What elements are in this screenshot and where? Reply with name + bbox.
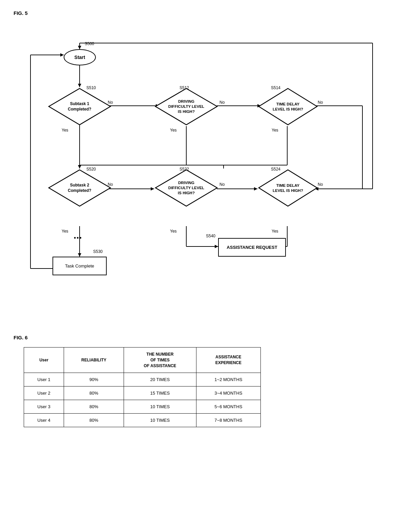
label-no-s510: No [108,100,113,105]
ellipsis-dots: ••• [74,235,82,242]
col-header-reliability: RELIABILITY [64,348,124,373]
step-s540: S540 [206,234,215,238]
label-no-s514: No [318,100,323,105]
svg-marker-28 [215,245,218,248]
svg-marker-40 [78,46,81,49]
cell-r2-c0: User 3 [24,400,64,414]
label-yes-s514: Yes [272,128,278,133]
cell-r3-c0: User 4 [24,414,64,427]
fig6-section: FIG. 6 User RELIABILITY THE NUMBEROF TIM… [14,335,406,427]
svg-marker-3 [78,165,81,168]
cell-r3-c1: 80% [64,414,124,427]
col-header-experience: ASSISTANCEEXPERIENCE [196,348,260,373]
svg-marker-20 [151,187,154,191]
label-yes-s520: Yes [62,229,68,234]
label-yes-s512: Yes [170,128,177,133]
label-no-s522: No [219,182,225,187]
table-row: User 190%20 TIMES1~2 MONTHS [24,373,261,386]
start-node: Start [64,49,96,65]
label-no-s520: No [108,182,113,187]
fig5-label: FIG. 5 [14,10,406,16]
svg-marker-35 [60,53,64,57]
svg-marker-1 [78,84,81,87]
table-row: User 380%10 TIMES5~6 MONTHS [24,400,261,414]
cell-r1-c2: 15 TIMES [124,386,196,400]
cell-r2-c2: 10 TIMES [124,400,196,414]
label-no-s512: No [219,100,225,105]
cell-r1-c1: 80% [64,386,124,400]
cell-r1-c0: User 2 [24,386,64,400]
cell-r3-c3: 7~8 MONTHS [196,414,260,427]
svg-marker-22 [254,187,257,191]
table-row: User 280%15 TIMES3~4 MONTHS [24,386,261,400]
table-row: User 480%10 TIMES7~8 MONTHS [24,414,261,427]
cell-r0-c1: 90% [64,373,124,386]
subtask1-diamond: Subtask 1Completed? [47,87,112,126]
cell-r0-c3: 1~2 MONTHS [196,373,260,386]
svg-marker-25 [78,253,81,257]
label-yes-s522: Yes [170,229,177,234]
cell-r0-c2: 20 TIMES [124,373,196,386]
cell-r1-c3: 3~4 MONTHS [196,386,260,400]
cell-r2-c3: 5~6 MONTHS [196,400,260,414]
timedelay1-diamond: TIME DELAYLEVEL IS HIGH? [257,87,318,126]
label-yes-s524: Yes [272,229,278,234]
col-header-times: THE NUMBEROF TIMESOF ASSISTANCE [124,348,196,373]
label-no-s524: No [318,182,323,187]
step-s530: S530 [93,249,103,254]
cell-r0-c0: User 1 [24,373,64,386]
flowchart: S500 Start S510 Subtask 1Completed? S512… [14,23,386,318]
fig6-label: FIG. 6 [14,335,406,340]
driving2-diamond: DRIVINGDIFFICULTY LEVELIS HIGH? [154,168,218,207]
fig6-table: User RELIABILITY THE NUMBEROF TIMESOF AS… [24,347,261,427]
timedelay2-diamond: TIME DELAYLEVEL IS HIGH? [257,168,318,207]
col-header-user: User [24,348,64,373]
driving1-diamond: DRIVINGDIFFICULTY LEVELIS HIGH? [154,87,218,126]
label-yes-s510: Yes [62,128,68,133]
subtask2-diamond: Subtask 2Completed? [47,168,112,207]
task-complete-box: Task Complete [52,257,107,275]
step-s500: S500 [85,41,94,46]
assistance-request-box: ASSISTANCE REQUEST [218,238,286,257]
cell-r2-c1: 80% [64,400,124,414]
cell-r3-c2: 10 TIMES [124,414,196,427]
